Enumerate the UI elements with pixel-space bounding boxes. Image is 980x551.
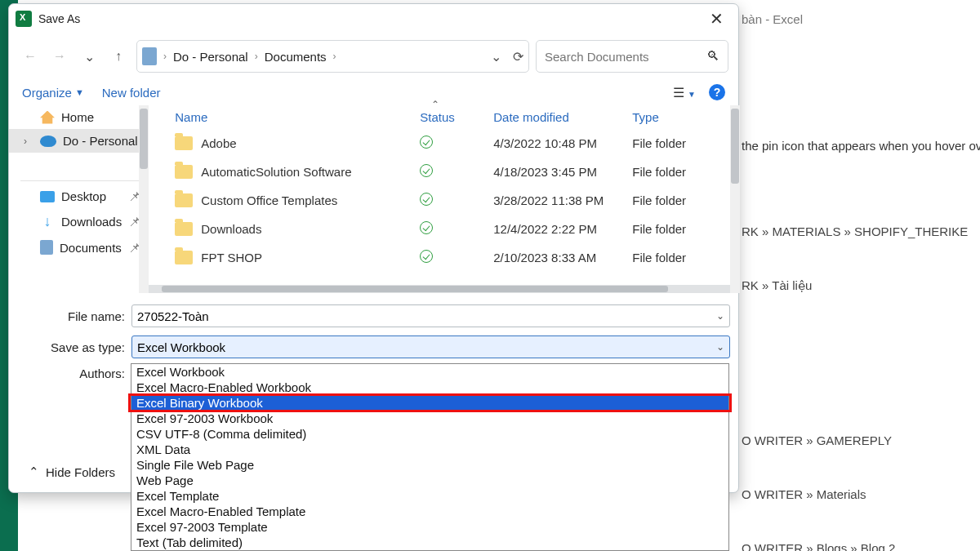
organize-menu[interactable]: Organize ▼ <box>22 86 84 100</box>
location-icon <box>142 47 157 65</box>
file-row[interactable]: FPT SHOP2/10/2023 8:33 AMFile folder <box>149 243 740 272</box>
filetype-option[interactable]: CSV UTF-8 (Comma delimited) <box>131 426 728 442</box>
home-icon <box>40 111 55 124</box>
excel-publish[interactable]: Publish <box>41 500 83 514</box>
file-list-h-scrollbar[interactable] <box>149 285 730 293</box>
file-row-date: 4/3/2022 10:48 PM <box>493 136 632 150</box>
recent-dropdown-icon[interactable]: ⌄ <box>78 45 100 68</box>
synced-ok-icon <box>420 193 433 206</box>
filetype-option[interactable]: XML Data <box>131 442 728 457</box>
file-row-name: Adobe <box>201 136 236 150</box>
file-list-pane: ⌃ Name Status Date modified Type Adobe4/… <box>149 105 740 293</box>
filetype-option[interactable]: Excel Macro-Enabled Template <box>131 504 728 519</box>
help-icon[interactable]: ? <box>709 84 725 100</box>
filetype-option[interactable]: Excel Macro-Enabled Workbook <box>131 380 728 395</box>
scrollbar-thumb[interactable] <box>162 286 668 292</box>
filetype-option[interactable]: Excel Template <box>131 488 728 504</box>
breadcrumb-item-1[interactable]: Do - Personal <box>168 50 253 64</box>
chevron-right-icon[interactable]: › <box>24 136 33 147</box>
scrollbar-thumb[interactable] <box>731 109 739 184</box>
view-options-button[interactable]: ☰ ▼ <box>673 85 696 100</box>
sidebar-divider <box>20 180 142 181</box>
bg-path-3: O WRITER » GAMEREPLY <box>742 433 892 447</box>
file-row-type: File folder <box>632 222 730 236</box>
filename-input[interactable] <box>137 309 724 323</box>
sidebar-item-label: Downloads <box>61 215 122 229</box>
excel-window-title: bàn - Excel <box>742 12 803 26</box>
sidebar-item-label: Desktop <box>61 189 106 203</box>
chevron-down-icon: ▼ <box>75 87 84 97</box>
file-browser-body: Home ›Do - Personal Desktop📌︎ ↓Downloads… <box>9 105 738 293</box>
hide-folders-button[interactable]: ⌃ Hide Folders <box>14 461 130 482</box>
filename-label: File name: <box>17 309 131 323</box>
navigation-row: ← → ⌄ ↑ › Do - Personal › Documents › ⌄ … <box>9 33 738 79</box>
excel-close[interactable]: Close <box>41 534 74 549</box>
forward-button[interactable]: → <box>48 45 71 68</box>
search-icon[interactable]: 🔍︎ <box>706 49 719 64</box>
scrollbar-thumb[interactable] <box>140 109 148 169</box>
folder-icon <box>175 251 193 264</box>
filetype-option[interactable]: Excel Workbook <box>131 364 728 380</box>
chevron-right-icon[interactable]: › <box>332 51 338 62</box>
chevron-right-icon[interactable]: › <box>162 51 168 62</box>
sidebar-item-desktop[interactable]: Desktop📌︎ <box>9 184 149 208</box>
refresh-icon[interactable]: ⟳ <box>513 49 523 64</box>
save-type-dropdown[interactable]: Excel WorkbookExcel Macro-Enabled Workbo… <box>131 363 729 551</box>
file-row-type: File folder <box>632 251 730 264</box>
back-button[interactable]: ← <box>19 45 42 68</box>
sidebar-scrollbar[interactable] <box>139 105 149 293</box>
folder-icon <box>175 222 193 236</box>
breadcrumb-dropdown-icon[interactable]: ⌄ <box>491 49 501 64</box>
col-status[interactable]: Status <box>420 110 493 124</box>
save-type-row: Save as type: Excel Workbook ⌄ <box>17 335 730 358</box>
file-row-name: Downloads <box>201 222 261 236</box>
file-row-date: 12/4/2022 2:22 PM <box>493 222 632 236</box>
chevron-down-icon[interactable]: ⌄ <box>716 341 724 353</box>
onedrive-icon <box>40 136 56 147</box>
synced-ok-icon <box>420 136 433 149</box>
filetype-option[interactable]: Text (Tab delimited) <box>131 535 728 550</box>
sidebar-item-label: Do - Personal <box>63 134 138 148</box>
breadcrumb-item-2[interactable]: Documents <box>260 50 332 64</box>
filetype-option[interactable]: Excel Binary Workbook <box>131 395 728 411</box>
close-button[interactable]: ✕ <box>702 7 732 30</box>
new-folder-button[interactable]: New folder <box>102 86 161 100</box>
file-row[interactable]: AutomaticSolution Software4/18/2023 3:45… <box>149 158 740 186</box>
filetype-option[interactable]: Excel 97-2003 Template <box>131 519 728 535</box>
save-type-label: Save as type: <box>17 340 131 354</box>
up-button[interactable]: ↑ <box>107 45 130 68</box>
documents-icon <box>40 240 53 255</box>
col-name[interactable]: Name <box>175 110 420 124</box>
filetype-option[interactable]: Web Page <box>131 473 728 488</box>
chevron-right-icon[interactable]: › <box>253 51 260 62</box>
sidebar-item-downloads[interactable]: ↓Downloads📌︎ <box>9 208 149 235</box>
synced-ok-icon <box>420 221 433 234</box>
dialog-title: Save As <box>38 12 80 25</box>
file-row[interactable]: Downloads12/4/2022 2:22 PMFile folder <box>149 215 740 243</box>
filetype-option[interactable]: Excel 97-2003 Workbook <box>131 411 728 426</box>
save-type-combobox[interactable]: Excel Workbook ⌄ <box>131 335 730 358</box>
file-row-date: 3/28/2022 11:38 PM <box>493 193 632 207</box>
sidebar-item-onedrive[interactable]: ›Do - Personal <box>9 129 149 153</box>
file-row-name: AutomaticSolution Software <box>201 165 351 179</box>
filetype-option[interactable]: Single File Web Page <box>131 457 728 473</box>
col-date[interactable]: Date modified <box>493 110 632 124</box>
save-type-value: Excel Workbook <box>137 340 225 354</box>
file-row[interactable]: Custom Office Templates3/28/2022 11:38 P… <box>149 186 740 215</box>
file-row-date: 4/18/2023 3:45 PM <box>493 165 632 179</box>
search-input[interactable] <box>545 50 706 64</box>
filename-dropdown-icon[interactable]: ⌄ <box>716 310 724 322</box>
breadcrumb-bar[interactable]: › Do - Personal › Documents › ⌄ ⟳ <box>136 40 529 73</box>
filename-input-wrap[interactable]: ⌄ <box>131 304 730 327</box>
sidebar-item-label: Home <box>61 110 94 124</box>
sidebar-item-documents[interactable]: Documents📌︎ <box>9 235 149 260</box>
col-type[interactable]: Type <box>632 110 730 124</box>
desktop-icon <box>40 191 55 202</box>
sidebar-item-home[interactable]: Home <box>9 105 149 129</box>
folder-icon <box>175 193 193 207</box>
file-row[interactable]: Adobe4/3/2022 10:48 PMFile folder <box>149 129 740 158</box>
hide-folders-label: Hide Folders <box>46 465 115 479</box>
search-box[interactable]: 🔍︎ <box>536 40 728 73</box>
folder-icon <box>175 165 193 179</box>
file-list-v-scrollbar[interactable] <box>730 105 740 293</box>
